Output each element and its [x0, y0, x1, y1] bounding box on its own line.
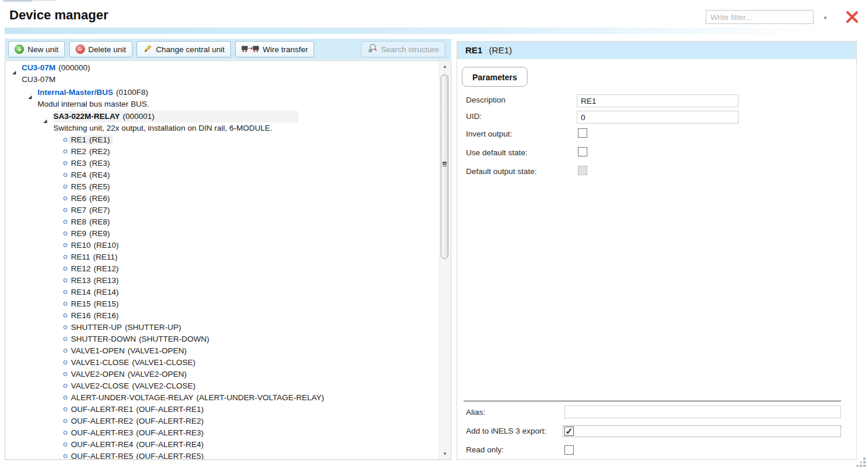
- close-button[interactable]: [845, 9, 860, 25]
- tree-item-name: OUF-ALERT-RE3: [71, 428, 133, 437]
- tree-item-re12[interactable]: RE12(RE12): [5, 263, 451, 275]
- tree-item-name: ALERT-UNDER-VOLTAGE-RELAY: [71, 393, 193, 402]
- scroll-up-button[interactable]: ▲: [440, 62, 450, 71]
- bullet-icon: [63, 442, 67, 446]
- tree-item-id: (RE2): [89, 147, 110, 156]
- tree-item-ouf-alert-re1[interactable]: OUF-ALERT-RE1(OUF-ALERT-RE1): [5, 404, 451, 415]
- change-central-unit-button[interactable]: Change central unit: [137, 41, 231, 57]
- tree-item-re3[interactable]: RE3(RE3): [5, 158, 451, 169]
- tree-item-id: (OUF-ALERT-RE3): [136, 428, 203, 437]
- tree-item-re5[interactable]: RE5(RE5): [5, 181, 451, 193]
- uid-input[interactable]: [577, 111, 738, 124]
- tree-item-re1[interactable]: RE1(RE1): [5, 134, 451, 146]
- delete-unit-button[interactable]: − Delete unit: [69, 41, 133, 57]
- read-only-label: Read only:: [466, 445, 504, 455]
- scrollbar-thumb[interactable]: [441, 74, 448, 259]
- tree-item-text: VALVE1-CLOSE(VALVE1-CLOSE): [71, 358, 196, 367]
- tree-item-text: ALERT-UNDER-VOLTAGE-RELAY(ALERT-UNDER-VO…: [71, 393, 324, 402]
- tree-item-re7[interactable]: RE7(RE7): [5, 204, 451, 216]
- tree-item-valve2-close[interactable]: VALVE2-CLOSE(VALVE2-CLOSE): [5, 380, 451, 392]
- tree-item-ouf-alert-re3[interactable]: OUF-ALERT-RE3(OUF-ALERT-RE3): [5, 427, 451, 439]
- tree-item-valve1-open[interactable]: VALVE1-OPEN(VALVE1-OPEN): [5, 345, 451, 357]
- background-window-edge: [32, 0, 57, 1]
- selected-device-id: (RE1): [489, 45, 512, 55]
- bullet-icon: [63, 419, 67, 423]
- page-title: Device manager: [9, 8, 108, 23]
- tree-item-re8[interactable]: RE8(RE8): [5, 216, 451, 228]
- tree-item-re4[interactable]: RE4(RE4): [5, 169, 451, 181]
- tree-item-shutter-down[interactable]: SHUTTER-DOWN(SHUTTER-DOWN): [5, 333, 451, 345]
- tree-item-text: VALVE2-CLOSE(VALVE2-CLOSE): [71, 381, 196, 390]
- tree-item-name: RE8: [71, 217, 86, 226]
- tree-scrollbar[interactable]: ▲ ▼: [439, 62, 450, 459]
- tab-parameters[interactable]: Parameters: [462, 67, 527, 87]
- tree-item-id: (RE11): [93, 253, 118, 261]
- tree-item-re16[interactable]: RE16(RE16): [5, 310, 451, 322]
- alias-input[interactable]: [564, 405, 841, 418]
- tree-item-id: (RE6): [89, 194, 110, 203]
- tree-item-ouf-alert-re4[interactable]: OUF-ALERT-RE4(OUF-ALERT-RE4): [5, 439, 451, 451]
- use-default-state-checkbox[interactable]: [578, 147, 587, 156]
- bullet-icon: [63, 407, 67, 411]
- tree-group-internal-master-bus: ◢Internal-Master/BUS(0100F8)Modul intern…: [5, 87, 451, 110]
- wire-transfer-button[interactable]: Wire transfer: [235, 41, 314, 57]
- tree-item-id: (OUF-ALERT-RE1): [136, 405, 203, 414]
- read-only-checkbox[interactable]: [564, 445, 574, 455]
- bullet-icon: [63, 384, 67, 388]
- bullet-icon: [63, 220, 67, 224]
- expander-icon[interactable]: ◢: [12, 70, 16, 75]
- tree-item-re15[interactable]: RE15(RE15): [5, 298, 451, 310]
- tree-node-label[interactable]: Internal-Master/BUS(0100F8): [5, 87, 451, 98]
- description-input[interactable]: [577, 94, 738, 107]
- filter-dropdown-button[interactable]: ▾: [818, 11, 833, 24]
- tree-node-text: CU3-07M(000000): [22, 63, 90, 72]
- tree-item-id: (RE4): [89, 171, 110, 179]
- section-divider: [464, 400, 841, 402]
- tree-item-re6[interactable]: RE6(RE6): [5, 193, 451, 204]
- bullet-icon: [63, 360, 67, 364]
- tree-item-ouf-alert-re2[interactable]: OUF-ALERT-RE2(OUF-ALERT-RE2): [5, 415, 451, 427]
- device-tree: ◢CU3-07M(000000)CU3-07M◢Internal-Master/…: [5, 61, 451, 459]
- tree-node-text: Internal-Master/BUS(0100F8): [38, 88, 148, 97]
- tree-item-valve1-close[interactable]: VALVE1-CLOSE(VALVE1-CLOSE): [5, 357, 451, 369]
- expander-icon[interactable]: ◢: [28, 94, 32, 100]
- tree-item-name: OUF-ALERT-RE5: [71, 452, 133, 460]
- change-central-unit-label: Change central unit: [156, 45, 224, 54]
- tree-item-re13[interactable]: RE13(RE13): [5, 275, 451, 287]
- tree-item-ouf-alert-re5[interactable]: OUF-ALERT-RE5(OUF-ALERT-RE5): [5, 451, 451, 460]
- bullet-icon: [63, 290, 67, 294]
- expander-icon[interactable]: ◢: [43, 118, 47, 124]
- selected-device-name: RE1: [465, 45, 482, 55]
- tree-node-label[interactable]: SA3-022M-RELAY(000001): [5, 111, 451, 122]
- tree-item-valve2-open[interactable]: VALVE2-OPEN(VALVE2-OPEN): [5, 369, 451, 380]
- tree-item-name: RE7: [71, 206, 86, 214]
- bullet-icon: [63, 255, 67, 259]
- tree-item-text: RE11(RE11): [71, 253, 118, 261]
- invert-output-checkbox[interactable]: [578, 128, 587, 138]
- tree-item-re10[interactable]: RE10(RE10): [5, 240, 451, 251]
- tree-node-label[interactable]: CU3-07M(000000): [5, 62, 451, 74]
- resize-grip-icon[interactable]: [855, 456, 867, 467]
- tree-item-id: (SHUTTER-UP): [125, 323, 181, 332]
- tree-item-id: (RE13): [94, 276, 119, 285]
- wire-transfer-label: Wire transfer: [263, 45, 308, 54]
- bullet-icon: [63, 325, 67, 329]
- tree-item-shutter-up[interactable]: SHUTTER-UP(SHUTTER-UP): [5, 322, 451, 333]
- filter-input[interactable]: [706, 10, 813, 24]
- tree-item-name: OUF-ALERT-RE1: [71, 405, 133, 414]
- new-unit-button[interactable]: + New unit: [8, 41, 65, 57]
- add-to-inels3-export-checkbox[interactable]: ✓: [564, 427, 574, 436]
- tree-item-re2[interactable]: RE2(RE2): [5, 146, 451, 158]
- tree-item-re9[interactable]: RE9(RE9): [5, 228, 451, 240]
- tree-item-id: (VALVE1-OPEN): [128, 346, 187, 355]
- tree-item-re11[interactable]: RE11(RE11): [5, 251, 451, 263]
- tree-node-name: SA3-022M-RELAY: [53, 112, 120, 121]
- field-row-uid: UID:: [465, 111, 856, 124]
- tree-item-id: (RE9): [89, 229, 110, 238]
- tree-item-alert-under-voltage-relay[interactable]: ALERT-UNDER-VOLTAGE-RELAY(ALERT-UNDER-VO…: [5, 392, 451, 404]
- tree-item-re14[interactable]: RE14(RE14): [5, 287, 451, 298]
- bullet-icon: [63, 138, 67, 142]
- scroll-down-button[interactable]: ▼: [440, 449, 450, 459]
- tree-item-id: (RE12): [94, 264, 119, 273]
- bullet-icon: [63, 161, 67, 165]
